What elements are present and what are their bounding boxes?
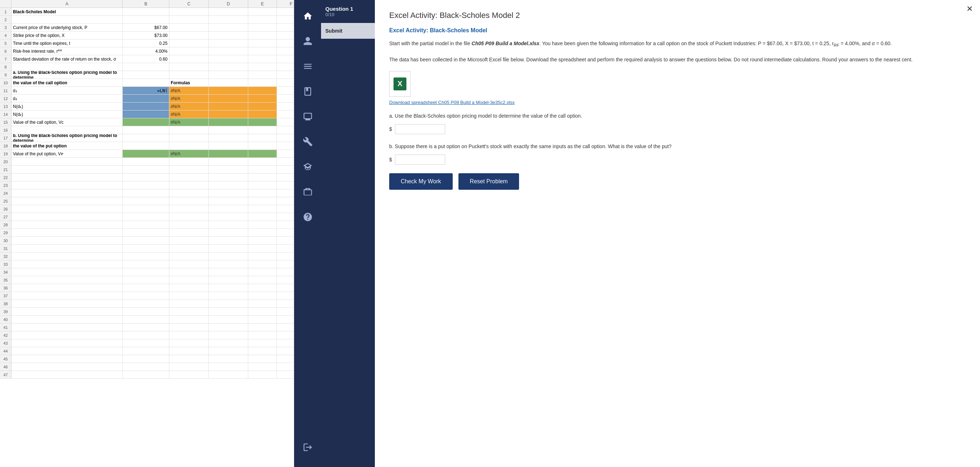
cell-d33 — [209, 261, 248, 268]
cell-c46 — [169, 363, 209, 370]
cell-b34 — [123, 268, 169, 276]
table-row: 6Risk-free interest rate, rᴿᴹ4.00% — [0, 47, 294, 55]
cell-c2 — [169, 16, 209, 23]
sidebar-home-icon[interactable] — [294, 3, 321, 29]
cell-e22 — [248, 173, 277, 181]
cell-c22 — [169, 173, 209, 181]
cell-b16 — [123, 126, 169, 134]
table-row: 33 — [0, 261, 294, 268]
cell-d4 — [209, 32, 248, 39]
sidebar-help-icon[interactable] — [294, 205, 321, 230]
cell-c30 — [169, 237, 209, 244]
cell-f32 — [277, 253, 294, 260]
row-num-cell: 43 — [0, 339, 11, 347]
cell-a13: N(d₁) — [11, 103, 123, 110]
table-row: 1Black-Scholes Model — [0, 8, 294, 16]
cell-e13 — [248, 103, 277, 110]
row-num-cell: 11 — [0, 87, 11, 94]
cell-d3 — [209, 24, 248, 31]
cell-e26 — [248, 205, 277, 213]
row-num-cell: 38 — [0, 300, 11, 307]
answer-input-b[interactable] — [395, 155, 445, 165]
cell-e41 — [248, 324, 277, 331]
sidebar-briefcase-icon[interactable] — [294, 179, 321, 205]
row-num-cell: 34 — [0, 268, 11, 276]
sidebar-monitor-icon[interactable] — [294, 104, 321, 129]
cell-b18 — [123, 142, 169, 149]
row-num-cell: 40 — [0, 316, 11, 323]
question-tab[interactable]: Question 1 0/10 — [321, 0, 375, 23]
close-button[interactable]: ✕ — [966, 4, 973, 14]
cell-d34 — [209, 268, 248, 276]
cell-d21 — [209, 166, 248, 173]
cell-a35 — [11, 276, 123, 284]
cell-a7: Standard deviation of the rate of return… — [11, 55, 123, 63]
cell-b45 — [123, 355, 169, 363]
cell-b7: 0.60 — [123, 55, 169, 63]
dollar-sign-a: $ — [389, 126, 392, 132]
check-my-work-button[interactable]: Check My Work — [389, 173, 453, 190]
cell-f12 — [277, 95, 294, 102]
sidebar-person-icon[interactable] — [294, 29, 321, 54]
spreadsheet-body: 1Black-Scholes Model23Current price of t… — [0, 8, 294, 379]
sidebar-graduation-icon[interactable] — [294, 154, 321, 179]
cell-e44 — [248, 347, 277, 355]
cell-f8 — [277, 63, 294, 71]
cell-c35 — [169, 276, 209, 284]
row-num-cell: 12 — [0, 95, 11, 102]
sidebar-wrench-icon[interactable] — [294, 129, 321, 154]
cell-f37 — [277, 292, 294, 300]
download-link[interactable]: Download spreadsheet Ch05 P09 Build a Mo… — [389, 100, 515, 105]
row-num-cell: 20 — [0, 158, 11, 165]
cell-c27 — [169, 213, 209, 221]
cell-f21 — [277, 166, 294, 173]
table-row: 47 — [0, 371, 294, 379]
answer-input-a[interactable] — [395, 124, 445, 134]
sidebar-exit-icon[interactable] — [294, 435, 321, 460]
cell-a28 — [11, 221, 123, 229]
cell-a36 — [11, 284, 123, 292]
spreadsheet-section: A B C D E F G 1Black-Scholes Model23Curr… — [0, 0, 294, 467]
row-num-cell: 17 — [0, 134, 11, 142]
cell-b38 — [123, 300, 169, 307]
cell-c43 — [169, 339, 209, 347]
cell-a45 — [11, 355, 123, 363]
col-header-c: C — [169, 0, 209, 8]
cell-f46 — [277, 363, 294, 370]
row-num-cell: 36 — [0, 284, 11, 292]
description: Start with the partial model in the file… — [389, 40, 966, 48]
table-row: 17b. Using the Black-Scholes option pric… — [0, 134, 294, 142]
cell-e4 — [248, 32, 277, 39]
table-row: 18 the value of the put option — [0, 142, 294, 150]
cell-b31 — [123, 245, 169, 252]
col-header-b: B — [123, 0, 169, 8]
reset-problem-button[interactable]: Reset Problem — [458, 173, 519, 190]
cell-a34 — [11, 268, 123, 276]
cell-f36 — [277, 284, 294, 292]
cell-a22 — [11, 173, 123, 181]
cell-e29 — [248, 229, 277, 237]
table-row: 10 the value of the call optionFormulas — [0, 79, 294, 87]
cell-a26 — [11, 205, 123, 213]
cell-c38 — [169, 300, 209, 307]
sidebar-list-icon[interactable] — [294, 54, 321, 79]
sidebar-book-icon[interactable] — [294, 79, 321, 104]
submit-tab[interactable]: Submit — [321, 23, 375, 39]
answer-row-b: $ — [389, 155, 966, 165]
cell-f4 — [277, 32, 294, 39]
cell-a29 — [11, 229, 123, 237]
cell-d11 — [209, 87, 248, 94]
cell-d46 — [209, 363, 248, 370]
cell-c3 — [169, 24, 209, 31]
cell-e9 — [248, 71, 277, 79]
table-row: 41 — [0, 324, 294, 331]
cell-f7 — [277, 55, 294, 63]
cell-c12: #N/A — [169, 95, 209, 102]
cell-a42 — [11, 331, 123, 339]
row-num-cell: 7 — [0, 55, 11, 63]
question-a: a. Use the Black-Scholes option pricing … — [389, 112, 966, 134]
cell-d14 — [209, 110, 248, 118]
cell-e46 — [248, 363, 277, 370]
table-row: 11d₁=LN(#N/A — [0, 87, 294, 95]
cell-d8 — [209, 63, 248, 71]
